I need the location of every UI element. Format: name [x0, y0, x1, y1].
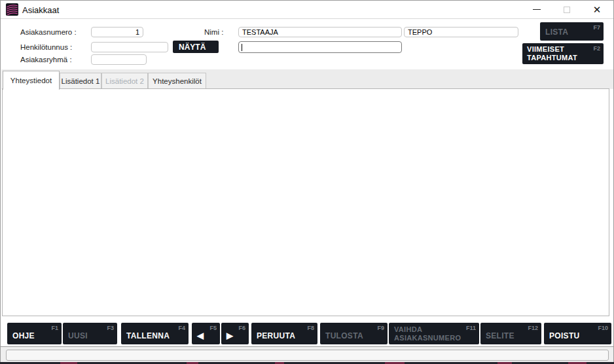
button-label: UUSI — [68, 331, 88, 340]
next-record-button[interactable]: ▶ F6 — [221, 323, 249, 344]
nayta-button[interactable]: NÄYTÄ — [173, 41, 219, 53]
asiakasryhma-label: Asiakasryhmä : — [20, 56, 72, 64]
button-fkey: F9 — [377, 325, 384, 331]
maximize-icon — [564, 7, 570, 13]
button-label: VAIHDA ASIAKASNUMERO — [394, 325, 471, 342]
tab-label: Lisätiedot 2 — [105, 77, 144, 85]
viimeiset-tapahtumat-button[interactable]: VIIMEISET TAPAHTUMAT F2 — [522, 43, 604, 64]
close-button[interactable]: ✕ — [586, 1, 608, 18]
button-fkey: F12 — [528, 325, 538, 331]
tab-yhteyshenkilot[interactable]: Yhteyshenkilöt — [148, 73, 206, 89]
tab-label: Lisätiedot 1 — [62, 77, 100, 85]
viimeiset-label: VIIMEISET TAPAHTUMAT — [527, 45, 596, 62]
window-title: Asiakkaat — [22, 5, 59, 15]
viimeiset-fkey: F2 — [593, 45, 600, 52]
button-fkey: F8 — [307, 325, 314, 331]
tallenna-button[interactable]: TALLENNA F4 — [121, 323, 189, 344]
tulosta-button[interactable]: TULOSTA F9 — [320, 323, 388, 344]
button-label: POISTU — [549, 331, 579, 340]
title-bar: Asiakkaat ✕ — [1, 1, 613, 19]
minimize-icon — [533, 9, 541, 10]
asiakasnumero-input[interactable] — [91, 27, 143, 37]
minimize-button[interactable] — [526, 1, 548, 18]
uusi-button[interactable]: UUSI F3 — [63, 323, 117, 344]
app-icon — [6, 3, 18, 16]
lista-fkey: F7 — [593, 24, 600, 31]
status-message-field — [6, 350, 609, 361]
arrow-left-icon: ◀ — [197, 331, 204, 340]
tab-label: Yhteystiedot — [10, 77, 52, 84]
poistu-button[interactable]: POISTU F10 — [544, 323, 611, 344]
maximize-button[interactable] — [556, 1, 578, 18]
button-fkey: F10 — [598, 325, 608, 331]
button-fkey: F5 — [209, 325, 217, 331]
button-fkey: F4 — [178, 325, 185, 331]
ohje-button[interactable]: OHJE F1 — [7, 323, 62, 344]
button-fkey: F6 — [238, 325, 245, 331]
arrow-right-icon: ▶ — [226, 331, 233, 340]
henkilotunnus-label: Henkilötunnus : — [20, 43, 72, 51]
tab-page-yhteystiedot — [2, 88, 609, 316]
button-label: TULOSTA — [325, 331, 363, 340]
tab-strip: Yhteystiedot Lisätiedot 1 Lisätiedot 2 Y… — [1, 69, 613, 89]
button-label: PERUUTA — [257, 331, 295, 340]
tab-lisatiedot-2[interactable]: Lisätiedot 2 — [101, 73, 148, 89]
peruuta-button[interactable]: PERUUTA F8 — [251, 323, 317, 344]
nimi-label: Nimi : — [204, 28, 223, 36]
text-cursor — [242, 44, 242, 51]
status-bar — [1, 346, 613, 363]
asiakasryhma-input[interactable] — [91, 54, 147, 65]
henkilotunnus-input[interactable] — [91, 42, 168, 52]
selite-button[interactable]: SELITE F12 — [480, 323, 541, 344]
tab-lisatiedot-1[interactable]: Lisätiedot 1 — [60, 73, 101, 89]
nayta-label: NÄYTÄ — [179, 43, 206, 52]
nimi-extra-input[interactable] — [404, 27, 518, 37]
nimi-input[interactable] — [238, 27, 402, 37]
button-fkey: F3 — [107, 325, 114, 331]
close-icon: ✕ — [593, 5, 602, 14]
tab-label: Yhteyshenkilöt — [153, 77, 202, 85]
previous-record-button[interactable]: ◀ F5 — [192, 323, 220, 344]
vaihda-asiakasnumero-button[interactable]: VAIHDA ASIAKASNUMERO F11 — [389, 323, 479, 344]
tab-yhteystiedot[interactable]: Yhteystiedot — [3, 71, 60, 90]
app-window: Asiakkaat ✕ Asiakasnumero : Nimi : Henki… — [0, 0, 614, 362]
button-label: OHJE — [12, 331, 35, 340]
button-label: TALLENNA — [126, 331, 170, 340]
button-fkey: F11 — [466, 325, 476, 331]
nimi2-input[interactable] — [238, 41, 402, 53]
lista-label: LISTA — [545, 27, 568, 37]
asiakasnumero-label: Asiakasnumero : — [20, 28, 77, 36]
lista-button[interactable]: LISTA F7 — [540, 22, 604, 41]
button-label: SELITE — [486, 331, 515, 340]
button-fkey: F1 — [51, 325, 58, 331]
